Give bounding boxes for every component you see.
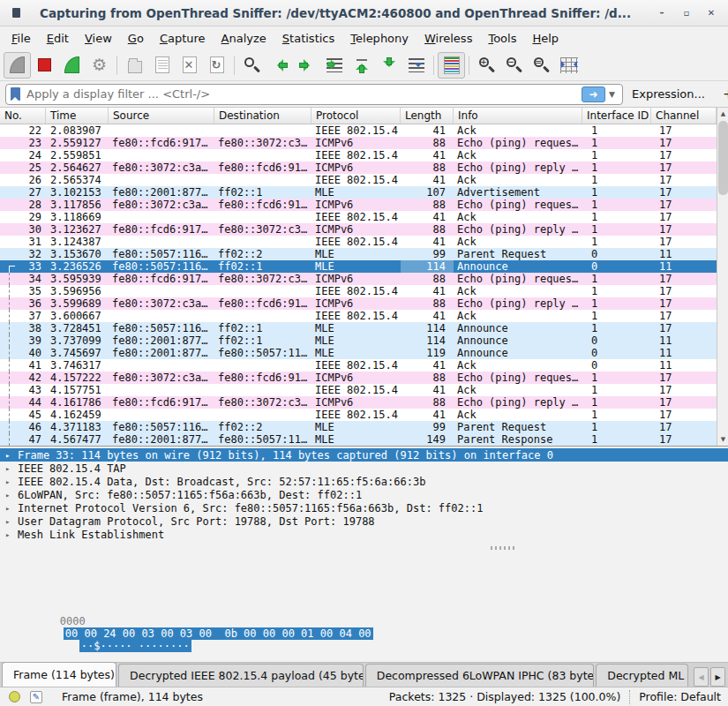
colorize-packets-button[interactable] <box>438 52 465 79</box>
packet-row[interactable]: 35 3.596956 IEEE 802.15.4 41 Ack 1 17 <box>0 285 717 297</box>
col-header-protocol[interactable]: Protocol <box>311 108 401 124</box>
packet-row[interactable]: 44 4.161786 fe80::fcd6:917… fe80::3072:c… <box>0 396 717 409</box>
expand-triangle-icon[interactable]: ▸ <box>5 530 18 539</box>
packet-row[interactable]: 25 2.564627 fe80::3072:c3a… fe80::fcd6:9… <box>0 161 717 174</box>
menu-item[interactable]: Statistics <box>274 29 342 48</box>
menu-item[interactable]: Edit <box>39 29 77 48</box>
tab-scroll-right-icon[interactable]: ▶ <box>710 667 725 687</box>
packet-row[interactable]: 36 3.599689 fe80::3072:c3a… fe80::fcd6:9… <box>0 297 717 310</box>
col-header-channel[interactable]: Channel <box>651 108 717 124</box>
packet-row[interactable]: 37 3.600667 IEEE 802.15.4 41 Ack 1 17 <box>0 310 717 322</box>
minimize-button[interactable]: – <box>656 7 668 19</box>
detail-line[interactable]: ▸ Frame 33: 114 bytes on wire (912 bits)… <box>0 448 728 462</box>
expand-triangle-icon[interactable]: ▸ <box>5 451 18 460</box>
zoom-out-button[interactable]: − <box>500 52 528 79</box>
scrollbar-down-icon[interactable]: ▼ <box>717 433 728 446</box>
menu-item[interactable]: Capture <box>152 29 214 48</box>
menu-item[interactable]: Help <box>524 29 567 48</box>
col-header-no[interactable]: No. <box>0 108 46 124</box>
packet-row[interactable]: 33 3.236526 fe80::5057:116… ff02::1 MLE … <box>0 260 717 273</box>
resize-columns-button[interactable] <box>555 52 582 79</box>
packet-row[interactable]: 41 3.746317 IEEE 802.15.4 41 Ack 0 11 <box>0 359 717 372</box>
col-header-destination[interactable]: Destination <box>214 108 311 124</box>
expression-button[interactable]: Expression... <box>632 87 705 101</box>
packet-row[interactable]: 34 3.595939 fe80::fcd6:917… fe80::3072:c… <box>0 273 717 285</box>
expand-triangle-icon[interactable]: ▸ <box>5 491 18 499</box>
menu-item[interactable]: Go <box>120 29 152 48</box>
detail-line[interactable]: ▸ Mesh Link Establishment <box>0 528 728 541</box>
packet-row[interactable]: 47 4.567477 fe80::2001:877… fe80::5057:1… <box>0 433 717 446</box>
packet-row[interactable]: 24 2.559851 IEEE 802.15.4 41 Ack 1 17 <box>0 149 717 161</box>
detail-line[interactable]: ▸ User Datagram Protocol, Src Port: 1978… <box>0 514 728 528</box>
byte-view-tab[interactable]: Decrypted IEEE 802.15.4 payload (45 byte… <box>118 664 364 687</box>
packet-list-scrollbar[interactable]: ▲ ▼ <box>717 108 728 446</box>
packet-row[interactable]: 28 3.117856 fe80::3072:c3a… fe80::fcd6:9… <box>0 199 717 211</box>
packet-row[interactable]: 45 4.162459 IEEE 802.15.4 41 Ack 1 17 <box>0 409 717 421</box>
packet-row[interactable]: 26 2.565374 IEEE 802.15.4 41 Ack 1 17 <box>0 174 717 186</box>
display-filter-input[interactable] <box>26 87 582 101</box>
detail-line[interactable]: ▸ 6LoWPAN, Src: fe80::5057:1165:f56a:663… <box>0 488 728 501</box>
detail-line[interactable]: ▸ IEEE 802.15.4 TAP <box>0 462 728 475</box>
menu-item[interactable]: File <box>4 29 39 48</box>
expert-info-icon[interactable] <box>9 691 20 702</box>
capture-comment-icon[interactable]: ✎ <box>30 691 42 703</box>
col-header-source[interactable]: Source <box>109 108 214 124</box>
byte-view-tab[interactable]: Decrypted ML <box>596 664 688 687</box>
find-packet-button[interactable] <box>238 52 266 79</box>
add-filter-button[interactable]: + <box>723 86 728 102</box>
filter-history-caret-icon[interactable]: ▼ <box>609 90 615 99</box>
zoom-in-button[interactable]: + <box>473 52 500 79</box>
packet-row[interactable]: 32 3.153670 fe80::5057:116… ff02::2 MLE … <box>0 248 717 260</box>
packet-row[interactable]: 39 3.737099 fe80::2001:877… ff02::1 MLE … <box>0 334 717 347</box>
detail-line[interactable]: ▸ IEEE 802.15.4 Data, Dst: Broadcast, Sr… <box>0 475 728 488</box>
save-file-button[interactable] <box>148 52 176 79</box>
restart-capture-button[interactable] <box>58 52 86 79</box>
expand-triangle-icon[interactable]: ▸ <box>5 504 18 513</box>
col-header-length[interactable]: Length <box>401 108 454 124</box>
close-button[interactable]: ✕ <box>705 7 717 19</box>
detail-line[interactable]: ▸ Internet Protocol Version 6, Src: fe80… <box>0 501 728 514</box>
apply-filter-button[interactable]: ➜ <box>582 86 605 102</box>
expand-triangle-icon[interactable]: ▸ <box>5 464 18 473</box>
hex-ascii[interactable]: ··$····· ········ <box>79 640 191 652</box>
tab-scroll-left-icon[interactable]: ◀ <box>694 667 709 687</box>
go-to-bottom-button[interactable] <box>375 52 402 79</box>
go-forward-button[interactable] <box>293 52 320 79</box>
scrollbar-thumb[interactable] <box>718 121 728 195</box>
zoom-reset-button[interactable]: = <box>528 52 555 79</box>
packet-row[interactable]: 40 3.745697 fe80::2001:877… fe80::5057:1… <box>0 347 717 359</box>
menu-item[interactable]: Tools <box>480 29 524 48</box>
capture-options-button[interactable]: ⚙ <box>86 52 113 79</box>
packet-row[interactable]: 42 4.157222 fe80::3072:c3a… fe80::fcd6:9… <box>0 372 717 384</box>
expand-triangle-icon[interactable]: ▸ <box>5 517 18 526</box>
packet-row[interactable]: 46 4.371183 fe80::5057:116… ff02::2 MLE … <box>0 421 717 433</box>
menu-item[interactable]: Telephony <box>342 29 417 48</box>
hex-row[interactable]: 0000 00 00 24 00 03 00 03 00 0b 00 00 00… <box>9 603 373 615</box>
start-capture-button[interactable] <box>4 52 31 79</box>
auto-scroll-button[interactable] <box>402 52 430 79</box>
status-profile[interactable]: Profile: Default <box>639 690 728 703</box>
go-to-packet-button[interactable] <box>320 52 348 79</box>
col-header-info[interactable]: Info <box>454 108 582 124</box>
go-back-button[interactable] <box>266 52 293 79</box>
packet-row[interactable]: 27 3.102153 fe80::2001:877… ff02::1 MLE … <box>0 186 717 199</box>
go-to-top-button[interactable] <box>348 52 375 79</box>
packet-row[interactable]: 23 2.559127 fe80::fcd6:917… fe80::3072:c… <box>0 137 717 149</box>
stop-capture-button[interactable] <box>31 52 58 79</box>
reload-file-button[interactable]: ↻ <box>203 52 230 79</box>
open-file-button[interactable] <box>121 52 148 79</box>
packet-row[interactable]: 30 3.123627 fe80::fcd6:917… fe80::3072:c… <box>0 223 717 236</box>
byte-view-tab[interactable]: Decompressed 6LoWPAN IPHC (83 bytes) <box>365 664 595 687</box>
packet-row[interactable]: 43 4.157751 IEEE 802.15.4 41 Ack 1 17 <box>0 384 717 396</box>
expand-triangle-icon[interactable]: ▸ <box>5 477 18 486</box>
filter-bookmark-icon[interactable] <box>11 87 20 101</box>
packet-row[interactable]: 31 3.124387 IEEE 802.15.4 41 Ack 1 17 <box>0 236 717 248</box>
menu-item[interactable]: Wireless <box>417 29 480 48</box>
menu-item[interactable]: View <box>77 29 120 48</box>
scrollbar-up-icon[interactable]: ▲ <box>717 108 728 120</box>
packet-row[interactable]: 38 3.728451 fe80::5057:116… ff02::1 MLE … <box>0 322 717 334</box>
packet-row[interactable]: 29 3.118669 IEEE 802.15.4 41 Ack 1 17 <box>0 211 717 223</box>
packet-row[interactable]: 22 2.083907 IEEE 802.15.4 41 Ack 1 17 <box>0 124 717 137</box>
byte-view-tab[interactable]: Frame (114 bytes) <box>2 662 116 687</box>
col-header-interface-id[interactable]: Interface ID <box>582 108 651 124</box>
